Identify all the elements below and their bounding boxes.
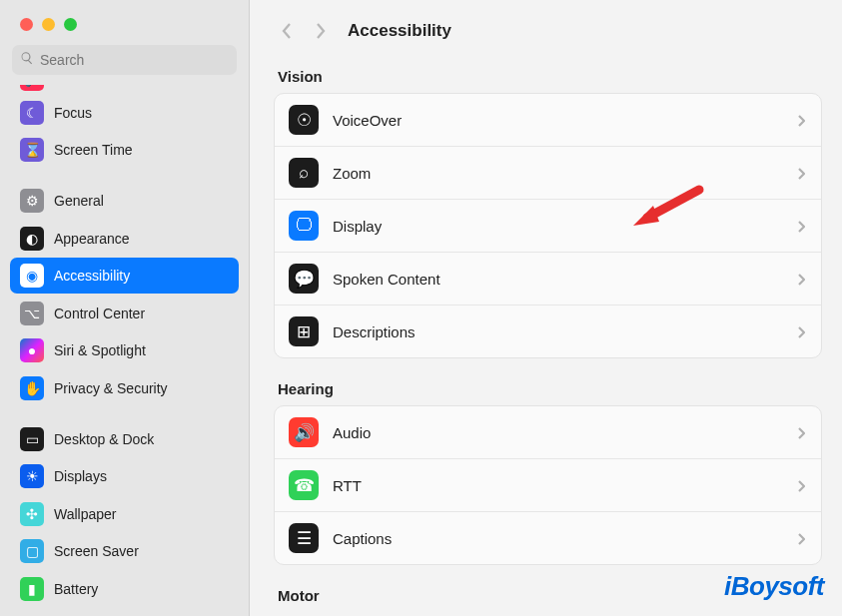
flower-icon: ✣ xyxy=(20,502,44,526)
row-label: Spoken Content xyxy=(333,271,797,288)
search-input[interactable] xyxy=(40,52,229,68)
chevron-right-icon xyxy=(797,425,807,439)
sidebar-item-battery[interactable]: ▮ Battery xyxy=(10,571,239,607)
sidebar-item-general[interactable]: ⚙ General xyxy=(10,183,239,219)
annotation-arrow xyxy=(629,182,709,236)
sidebar-item-focus[interactable]: ☾ Focus xyxy=(10,95,239,131)
row-label: Descriptions xyxy=(333,323,797,340)
sidebar-item-displays[interactable]: ☀ Displays xyxy=(10,458,239,494)
sidebar-item-screen-saver[interactable]: ▢ Screen Saver xyxy=(10,533,239,569)
minimize-window-button[interactable] xyxy=(42,18,55,31)
row-label: Zoom xyxy=(333,165,797,182)
chevron-right-icon xyxy=(797,113,807,127)
sidebar-item-screen-time[interactable]: ⌛ Screen Time xyxy=(10,132,239,168)
chevron-right-icon xyxy=(797,324,807,338)
main-content: Accessibility Vision ☉ VoiceOver ⌕ Zoom … xyxy=(250,0,842,616)
page-title: Accessibility xyxy=(348,21,451,41)
zoom-icon: ⌕ xyxy=(289,158,319,188)
sidebar-item-label: Displays xyxy=(54,468,107,484)
section-vision: ☉ VoiceOver ⌕ Zoom 🖵 Display 💬 Spoken Co… xyxy=(274,93,822,358)
sidebar-item-accessibility[interactable]: ◉ Accessibility xyxy=(10,258,239,294)
traffic-lights xyxy=(0,0,249,45)
chevron-right-icon xyxy=(797,478,807,492)
fullscreen-window-button[interactable] xyxy=(64,18,77,31)
screensaver-icon: ▢ xyxy=(20,539,44,563)
row-label: Display xyxy=(333,218,797,235)
siri-icon: ● xyxy=(20,338,44,362)
section-title-vision: Vision xyxy=(278,68,822,85)
section-title-hearing: Hearing xyxy=(278,380,822,397)
sidebar-item-label: Control Center xyxy=(54,306,145,321)
row-zoom[interactable]: ⌕ Zoom xyxy=(275,146,821,199)
sidebar-item-label: Accessibility xyxy=(54,268,130,284)
sidebar-item-label: Screen Time xyxy=(54,142,133,158)
search-field[interactable] xyxy=(12,45,237,75)
speech-bubble-icon: 💬 xyxy=(289,264,319,294)
sidebar-item-siri[interactable]: ● Siri & Spotlight xyxy=(10,332,239,368)
voiceover-icon: ☉ xyxy=(289,105,319,135)
chevron-right-icon xyxy=(797,272,807,286)
rtt-icon: ☎ xyxy=(289,470,319,500)
sidebar-item-label: Screen Saver xyxy=(54,543,139,559)
row-label: RTT xyxy=(333,477,797,494)
sidebar-item-label: Desktop & Dock xyxy=(54,431,154,447)
gear-icon: ⚙ xyxy=(20,189,44,213)
chevron-right-icon xyxy=(797,219,807,233)
accessibility-icon: ◉ xyxy=(20,264,44,288)
sidebar-item-wallpaper[interactable]: ✣ Wallpaper xyxy=(10,496,239,532)
appearance-icon: ◐ xyxy=(20,227,44,251)
sound-icon: 🔊 xyxy=(20,85,44,91)
row-captions[interactable]: ☰ Captions xyxy=(275,511,821,564)
control-center-icon: ⌥ xyxy=(20,302,44,325)
nav-back-button[interactable] xyxy=(274,16,300,46)
row-descriptions[interactable]: ⊞ Descriptions xyxy=(275,305,821,357)
row-rtt[interactable]: ☎ RTT xyxy=(275,458,821,511)
chevron-right-icon xyxy=(797,166,807,180)
content-scroll[interactable]: Vision ☉ VoiceOver ⌕ Zoom 🖵 Display xyxy=(250,58,842,616)
captions-icon: ☰ xyxy=(289,523,319,553)
sidebar-item-label: General xyxy=(54,193,104,209)
sidebar-list[interactable]: 🔊 Sound ☾ Focus ⌛ Screen Time ⚙ General … xyxy=(0,85,249,616)
search-icon xyxy=(20,51,40,69)
dock-icon: ▭ xyxy=(20,427,44,451)
chevron-right-icon xyxy=(797,531,807,545)
row-voiceover[interactable]: ☉ VoiceOver xyxy=(275,94,821,146)
sidebar: 🔊 Sound ☾ Focus ⌛ Screen Time ⚙ General … xyxy=(0,0,250,616)
row-label: Audio xyxy=(333,424,797,441)
moon-icon: ☾ xyxy=(20,101,44,125)
row-audio[interactable]: 🔊 Audio xyxy=(275,406,821,458)
row-label: Captions xyxy=(333,530,797,547)
speech-plus-icon: ⊞ xyxy=(289,316,319,346)
sidebar-item-control-center[interactable]: ⌥ Control Center xyxy=(10,296,239,331)
sidebar-item-label: Battery xyxy=(54,581,98,597)
row-spoken-content[interactable]: 💬 Spoken Content xyxy=(275,252,821,305)
sidebar-item-label: Siri & Spotlight xyxy=(54,342,146,358)
speaker-icon: 🔊 xyxy=(289,417,319,447)
hourglass-icon: ⌛ xyxy=(20,138,44,162)
nav-forward-button[interactable] xyxy=(308,16,334,46)
hand-icon: ✋ xyxy=(20,376,44,400)
sidebar-item-label: Appearance xyxy=(54,231,130,247)
sun-icon: ☀ xyxy=(20,464,44,488)
sidebar-item-label: Focus xyxy=(54,105,92,121)
section-title-motor: Motor xyxy=(278,587,822,604)
row-label: VoiceOver xyxy=(333,112,797,129)
sidebar-item-privacy[interactable]: ✋ Privacy & Security xyxy=(10,370,239,406)
header: Accessibility xyxy=(250,0,842,58)
battery-icon: ▮ xyxy=(20,577,44,601)
sidebar-item-label: Wallpaper xyxy=(54,506,117,522)
close-window-button[interactable] xyxy=(20,18,33,31)
sidebar-item-sound-partial: 🔊 Sound xyxy=(10,85,239,93)
sidebar-item-appearance[interactable]: ◐ Appearance xyxy=(10,221,239,257)
sidebar-item-label: Privacy & Security xyxy=(54,380,168,396)
section-hearing: 🔊 Audio ☎ RTT ☰ Captions xyxy=(274,405,822,565)
sidebar-item-desktop-dock[interactable]: ▭ Desktop & Dock xyxy=(10,421,239,457)
display-icon: 🖵 xyxy=(289,211,319,241)
row-display[interactable]: 🖵 Display xyxy=(275,199,821,252)
